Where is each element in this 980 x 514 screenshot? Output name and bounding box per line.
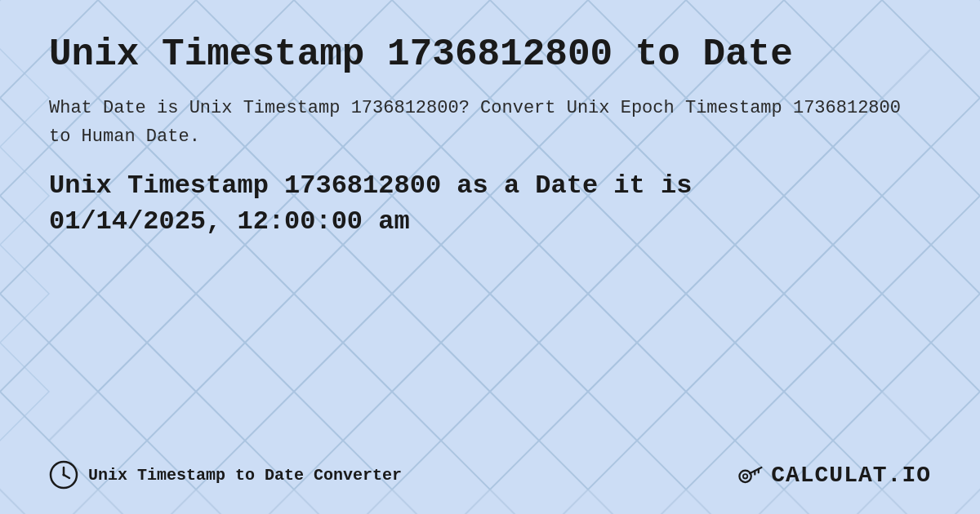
clock-icon [49, 460, 78, 490]
footer: Unix Timestamp to Date Converter CALCULA… [49, 444, 931, 490]
page-description: What Date is Unix Timestamp 1736812800? … [49, 94, 931, 151]
svg-point-101 [740, 471, 751, 482]
logo-text: CALCULAT.IO [771, 463, 931, 488]
logo-icon [735, 460, 764, 490]
svg-point-102 [743, 474, 747, 478]
top-section: Unix Timestamp 1736812800 to Date What D… [49, 33, 931, 444]
page-title: Unix Timestamp 1736812800 to Date [49, 33, 931, 78]
result-section: Unix Timestamp 1736812800 as a Date it i… [49, 168, 931, 241]
svg-point-100 [63, 474, 65, 476]
logo-area: CALCULAT.IO [735, 460, 931, 490]
footer-label: Unix Timestamp to Date Converter [88, 466, 402, 485]
footer-left: Unix Timestamp to Date Converter [49, 460, 402, 490]
page-content: Unix Timestamp 1736812800 to Date What D… [0, 0, 980, 514]
result-text-line1: Unix Timestamp 1736812800 as a Date it i… [49, 168, 931, 205]
result-text-line2: 01/14/2025, 12:00:00 am [49, 204, 931, 241]
